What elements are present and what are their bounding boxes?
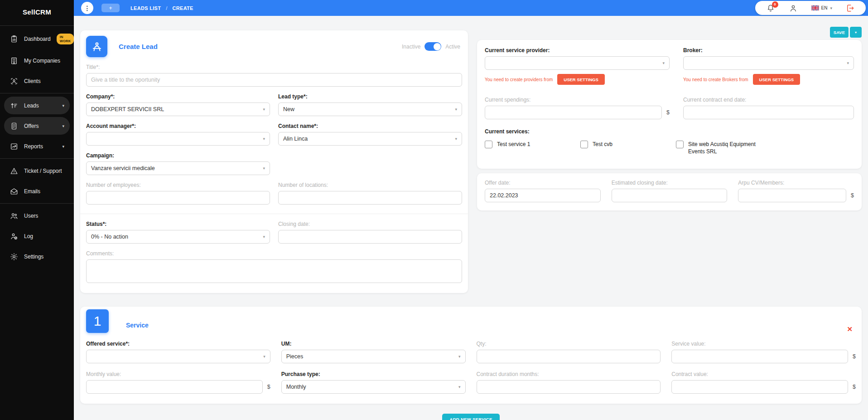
save-dropdown-button[interactable]: ▾ (850, 27, 862, 38)
sidebar-item-users[interactable]: Users (4, 207, 70, 225)
sidebar: SellCRM Dashboard IN WORK My Companies C… (0, 0, 74, 420)
checkbox-site-web-acustiq[interactable]: Site web Acustiq Equipment Events SRL (676, 141, 766, 155)
broker-help-text: You need to create Brokers from (683, 77, 748, 82)
provider-select[interactable]: ▾ (485, 56, 670, 70)
active-toggle[interactable] (424, 42, 441, 51)
currency-symbol: $ (853, 353, 856, 360)
provider-card: Current service provider: ▾ You need to … (477, 40, 862, 169)
gear-icon (10, 252, 18, 261)
contract-value-label: Contract value: (671, 371, 856, 377)
contact-name-value: Alin Linca (283, 136, 308, 142)
chevron-down-icon: ▾ (455, 107, 457, 112)
status-field: Status*: 0% - No action ▾ (86, 221, 270, 244)
nav-leads-list[interactable]: LEADS LIST (130, 5, 161, 11)
contract-value-input[interactable] (671, 380, 848, 394)
language-selector[interactable]: EN ▾ (811, 5, 832, 10)
sidebar-item-emails[interactable]: Emails (4, 182, 70, 200)
broker-user-settings-button[interactable]: USER SETTINGS (753, 74, 800, 85)
status-select[interactable]: 0% - No action ▾ (86, 230, 270, 244)
service-value-label: Service value: (671, 341, 856, 347)
contact-name-select[interactable]: Alin Linca ▾ (278, 132, 462, 146)
service-title: Service (126, 322, 149, 329)
in-work-badge: IN WORK (57, 34, 74, 44)
currency-symbol: $ (666, 109, 670, 116)
contact-name-field: Contact name*: Alin Linca ▾ (278, 123, 462, 146)
contract-duration-input[interactable] (477, 380, 661, 394)
purchase-type-select[interactable]: Monthly ▾ (281, 380, 466, 394)
sidebar-item-reports[interactable]: Reports ▾ (4, 137, 70, 155)
chevron-down-icon: ▾ (458, 354, 461, 359)
lead-type-value: New (283, 106, 294, 112)
chevron-down-icon: ▾ (263, 354, 265, 359)
contract-end-field: Current contract end date: (683, 97, 854, 119)
offer-date-input[interactable] (485, 189, 601, 202)
menu-kebab-button[interactable]: ⋮ (81, 2, 93, 14)
nav-create[interactable]: CREATE (173, 5, 193, 11)
remove-service-icon[interactable]: ✕ (847, 326, 853, 332)
broker-select[interactable]: ▾ (683, 56, 854, 70)
sidebar-item-ticket-support[interactable]: Ticket / Support (4, 162, 70, 180)
add-new-service-button[interactable]: ADD NEW SERVICE (442, 414, 499, 420)
sidebar-item-my-companies[interactable]: My Companies (4, 52, 70, 69)
sidebar-item-label: Clients (24, 78, 41, 84)
comments-textarea[interactable] (86, 259, 462, 283)
estimated-closing-input[interactable] (612, 189, 728, 202)
lead-type-select[interactable]: New ▾ (278, 103, 462, 116)
leads-icon (10, 101, 18, 110)
sidebar-item-settings[interactable]: Settings (4, 248, 70, 265)
profile-button[interactable] (789, 4, 798, 13)
company-label: Company*: (86, 93, 270, 100)
locations-input[interactable] (278, 191, 462, 205)
checkbox-test-service-1[interactable]: Test service 1 (485, 141, 580, 155)
spendings-input[interactable] (485, 106, 662, 119)
employees-label: Number of employees: (86, 182, 270, 188)
sidebar-item-offers[interactable]: Offers ▾ (4, 117, 70, 135)
qty-field: Qty: (477, 341, 661, 363)
lead-type-label: Lead type*: (278, 93, 462, 100)
sidebar-divider (0, 93, 74, 93)
arpu-input[interactable] (738, 189, 846, 202)
sidebar-item-clients[interactable]: Clients (4, 72, 70, 90)
sidebar-item-leads[interactable]: Leads ▾ (4, 97, 70, 114)
sidebar-item-label: Ticket / Support (24, 168, 62, 174)
top-row: Create Lead Inactive Active Title*: (80, 16, 862, 293)
logout-button[interactable] (846, 4, 855, 13)
provider-user-settings-button[interactable]: USER SETTINGS (557, 74, 605, 85)
save-button[interactable]: SAVE (830, 27, 849, 38)
notifications-button[interactable]: 0 (766, 4, 775, 13)
monthly-value-input[interactable] (86, 380, 263, 394)
plus-icon: + (109, 5, 112, 11)
user-check-icon (10, 232, 18, 240)
user-icon (789, 4, 798, 13)
closing-date-field: Closing date: (278, 221, 462, 244)
breadcrumb: LEADS LIST / CREATE (130, 5, 193, 11)
sidebar-item-label: Dashboard (24, 36, 51, 42)
qty-label: Qty: (477, 341, 661, 347)
qty-input[interactable] (477, 350, 661, 363)
chevron-down-icon: ▾ (263, 234, 265, 239)
status-label: Status*: (86, 221, 270, 227)
checkbox-test-cvb[interactable]: Test cvb (580, 141, 676, 155)
service-value-input[interactable] (671, 350, 848, 363)
notification-count-badge: 0 (772, 1, 778, 8)
contract-end-input[interactable] (683, 106, 854, 119)
campaign-select[interactable]: Vanzare servicii medicale ▾ (86, 161, 270, 175)
employees-input[interactable] (86, 191, 270, 205)
main-area: ⋮ + LEADS LIST / CREATE 0 E (74, 0, 868, 420)
company-select[interactable]: DOBEXPERT SERVICII SRL ▾ (86, 103, 270, 116)
quick-add-button[interactable]: + (101, 4, 120, 12)
sidebar-item-log[interactable]: Log (4, 227, 70, 245)
app-window: SellCRM Dashboard IN WORK My Companies C… (0, 0, 868, 420)
contract-value-field: Contract value: $ (671, 371, 856, 394)
account-manager-select[interactable]: ▾ (86, 132, 270, 146)
closing-date-input[interactable] (278, 230, 462, 244)
offered-service-select[interactable]: ▾ (86, 350, 270, 363)
campaign-label: Campaign: (86, 152, 270, 159)
currency-symbol: $ (267, 384, 270, 390)
title-input[interactable] (86, 73, 462, 87)
um-select[interactable]: Pieces ▾ (281, 350, 466, 363)
arpu-label: Arpu CV/Members: (738, 180, 854, 186)
sidebar-item-dashboard[interactable]: Dashboard IN WORK (4, 29, 70, 49)
account-manager-field: Account manager*: ▾ (86, 123, 270, 146)
locations-label: Number of locations: (278, 182, 462, 188)
